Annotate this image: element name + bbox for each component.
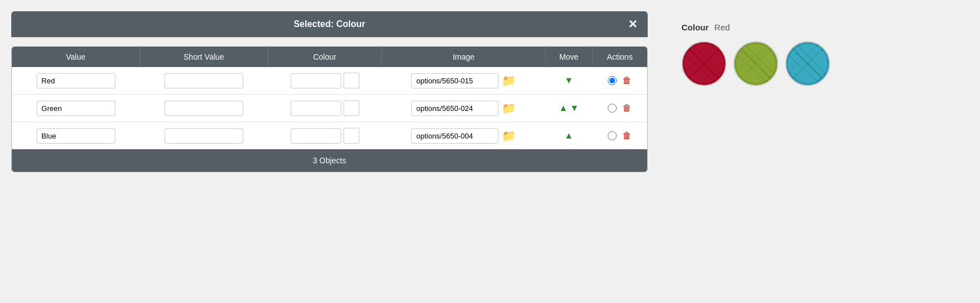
move-down-0[interactable]: ▼ bbox=[564, 75, 573, 86]
table-row: 📁▼🗑 bbox=[12, 67, 647, 95]
preview-value: Red bbox=[714, 23, 730, 32]
cell-colour-2 bbox=[268, 122, 381, 150]
main-panel: Selected: Colour ✕ Value Short Value Col… bbox=[11, 11, 648, 172]
radio-0[interactable] bbox=[608, 76, 617, 85]
image-input-0[interactable] bbox=[411, 73, 498, 88]
cell-colour-0 bbox=[268, 67, 381, 95]
cell-move-2: ▲ bbox=[546, 122, 593, 150]
colour-swatch-1[interactable] bbox=[344, 100, 359, 116]
col-actions: Actions bbox=[592, 47, 647, 67]
trash-icon-2[interactable]: 🗑 bbox=[622, 131, 631, 141]
folder-icon-0[interactable]: 📁 bbox=[502, 74, 516, 87]
move-up-1[interactable]: ▲ bbox=[559, 103, 568, 113]
image-input-1[interactable] bbox=[411, 101, 498, 116]
cell-actions-0: 🗑 bbox=[592, 67, 647, 95]
table-row: 📁▲▼🗑 bbox=[12, 95, 647, 122]
image-input-2[interactable] bbox=[411, 128, 498, 144]
table-row: 📁▲🗑 bbox=[12, 122, 647, 150]
short-value-input-0[interactable] bbox=[164, 73, 243, 88]
col-image: Image bbox=[382, 47, 546, 67]
table-container: Value Short Value Colour Image Move Acti… bbox=[11, 46, 648, 172]
colour-text-input-1[interactable] bbox=[291, 101, 341, 116]
cell-value-2 bbox=[12, 122, 140, 150]
table-header-row: Value Short Value Colour Image Move Acti… bbox=[12, 47, 647, 67]
preview-swatches bbox=[681, 41, 830, 86]
cell-actions-1: 🗑 bbox=[592, 95, 647, 122]
move-down-1[interactable]: ▼ bbox=[570, 103, 579, 113]
cell-image-1: 📁 bbox=[382, 95, 546, 122]
cell-move-0: ▼ bbox=[546, 67, 593, 95]
cell-move-1: ▲▼ bbox=[546, 95, 593, 122]
folder-icon-2[interactable]: 📁 bbox=[502, 129, 516, 142]
cell-colour-1 bbox=[268, 95, 381, 122]
radio-2[interactable] bbox=[608, 131, 617, 140]
table-footer: 3 Objects bbox=[12, 149, 647, 172]
value-input-1[interactable] bbox=[37, 101, 115, 116]
close-button[interactable]: ✕ bbox=[628, 19, 638, 30]
preview-title-row: Colour Red bbox=[681, 23, 830, 32]
col-colour: Colour bbox=[268, 47, 381, 67]
header-bar: Selected: Colour ✕ bbox=[11, 11, 648, 37]
table-body: 📁▼🗑📁▲▼🗑📁▲🗑 bbox=[12, 67, 647, 149]
colour-swatch-2[interactable] bbox=[344, 128, 359, 144]
colour-text-input-0[interactable] bbox=[291, 73, 341, 88]
cell-short-value-2 bbox=[140, 122, 268, 150]
folder-icon-1[interactable]: 📁 bbox=[502, 101, 516, 115]
cell-short-value-1 bbox=[140, 95, 268, 122]
col-short-value: Short Value bbox=[140, 47, 268, 67]
trash-icon-0[interactable]: 🗑 bbox=[622, 75, 631, 86]
red-swatch[interactable] bbox=[681, 41, 727, 86]
cell-value-1 bbox=[12, 95, 140, 122]
cell-value-0 bbox=[12, 67, 140, 95]
value-input-0[interactable] bbox=[37, 73, 115, 88]
data-table: Value Short Value Colour Image Move Acti… bbox=[12, 47, 647, 149]
move-up-2[interactable]: ▲ bbox=[564, 131, 573, 141]
cell-actions-2: 🗑 bbox=[592, 122, 647, 150]
cell-image-2: 📁 bbox=[382, 122, 546, 150]
colour-swatch-0[interactable] bbox=[344, 73, 359, 88]
value-input-2[interactable] bbox=[37, 128, 115, 144]
short-value-input-1[interactable] bbox=[164, 101, 243, 116]
cell-image-0: 📁 bbox=[382, 67, 546, 95]
col-move: Move bbox=[546, 47, 593, 67]
blue-swatch[interactable] bbox=[785, 41, 830, 86]
short-value-input-2[interactable] bbox=[164, 128, 243, 144]
colour-text-input-2[interactable] bbox=[291, 128, 341, 144]
cell-short-value-0 bbox=[140, 67, 268, 95]
radio-1[interactable] bbox=[608, 104, 617, 113]
trash-icon-1[interactable]: 🗑 bbox=[622, 103, 631, 113]
preview-label: Colour bbox=[681, 23, 709, 32]
preview-panel: Colour Red bbox=[670, 11, 841, 97]
dialog-title: Selected: Colour bbox=[293, 19, 365, 29]
col-value: Value bbox=[12, 47, 140, 67]
green-swatch[interactable] bbox=[733, 41, 778, 86]
